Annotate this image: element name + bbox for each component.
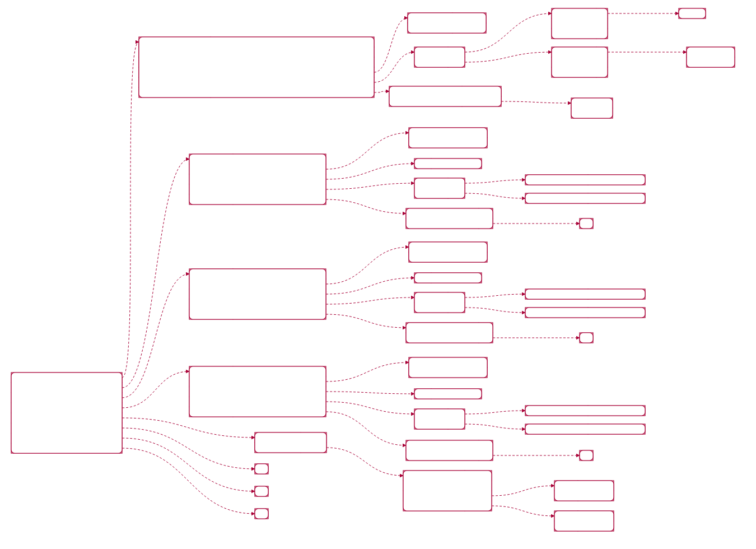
box-mgmt3: public_ip_addr10.20.30.103 [525, 406, 645, 416]
box-enc3 [255, 509, 268, 519]
box-mcSec: ip10.0.0.3port80 [554, 511, 614, 531]
box-netDefault: mgmtdata [414, 47, 465, 67]
link-srv1-stor1 [326, 199, 406, 213]
box-net2: mgmtdata [414, 292, 465, 313]
svg-rect-222 [554, 481, 614, 501]
link-root-enc1 [122, 428, 255, 469]
link-net2-mgmt2 [465, 294, 525, 297]
box-bmc3: ip10.20.30.13 [414, 389, 482, 399]
box-stor2: metadata_devicedata_devices [406, 323, 493, 343]
box-net3: mgmtdata [414, 409, 465, 429]
svg-rect-32 [139, 37, 374, 97]
box-data3: public_ip_addr172.20.30.103 [525, 424, 645, 434]
svg-rect-179 [414, 389, 482, 399]
svg-rect-233 [255, 509, 268, 519]
link-root-srvDefault [122, 42, 139, 378]
box-enc1 [255, 464, 268, 474]
link-srv2-stor2 [326, 314, 406, 328]
svg-rect-137 [414, 273, 482, 283]
svg-rect-105 [525, 175, 645, 185]
box-root: srvnode-defaultsrvnode-1srvnode-2srvnode… [11, 373, 122, 453]
svg-rect-95 [414, 159, 482, 169]
box-encCtrl: useradminpasswordprimary_mcsecondary_mc [403, 471, 492, 511]
link-root-srv2 [122, 274, 189, 398]
link-srv1-roles1 [326, 133, 409, 169]
link-encDefault-encCtrl [326, 448, 403, 476]
link-net2-data2 [465, 308, 525, 313]
svg-rect-192 [525, 424, 645, 434]
link-net1-mgmt1 [465, 180, 525, 183]
box-devs3 [580, 450, 593, 460]
svg-rect-62 [552, 47, 608, 77]
box-storDefault: metadata_device/dev/sdbdata_devices [389, 86, 501, 106]
svg-rect-176 [409, 357, 487, 378]
box-stor3: metadata_devicedata_devices [406, 440, 493, 460]
box-bmc2: ip10.20.30.12 [414, 273, 482, 283]
link-srv3-stor3 [326, 412, 406, 445]
box-data1: public_ip_addr172.20.30.101 [525, 193, 645, 203]
link-srv3-bmc3 [326, 392, 414, 394]
svg-rect-200 [580, 450, 593, 460]
box-roles3: secondaryopenldap_master [409, 357, 487, 378]
svg-rect-227 [554, 511, 614, 531]
box-devsDef: /dev/sdc/dev/sdd [571, 98, 613, 118]
box-netDataDef: interfacesnetmaskgateway [552, 47, 608, 77]
box-data2: public_ip_addr172.20.30.102 [525, 308, 645, 318]
box-netMgmtDef: interfacesnetmaskgateway [552, 8, 608, 39]
link-net3-mgmt3 [465, 411, 525, 414]
box-bmc1: ip10.20.30.11 [414, 159, 482, 169]
link-srv3-roles3 [326, 362, 409, 381]
svg-rect-134 [409, 242, 487, 262]
svg-rect-198 [406, 440, 493, 460]
svg-rect-52 [552, 8, 608, 39]
svg-rect-65 [687, 47, 735, 67]
svg-rect-231 [255, 486, 268, 496]
svg-rect-173 [189, 366, 326, 417]
link-srv3-net3 [326, 402, 414, 414]
svg-rect-54 [679, 8, 706, 18]
link-root-srv1 [122, 159, 189, 388]
box-devs2 [580, 333, 593, 343]
svg-rect-102 [414, 178, 465, 198]
svg-rect-92 [409, 128, 487, 148]
box-srv2: hostnamesrvnode-2.localdomainrolesbmcnet… [189, 269, 326, 319]
svg-rect-144 [414, 292, 465, 313]
svg-rect-74 [571, 98, 613, 118]
box-ifDataDef: enp175s0f0enp175s1f0 [687, 47, 735, 67]
box-stor1: metadata_devicedata_devices [406, 208, 493, 229]
link-srvDefault-bmcDefault [374, 18, 408, 72]
svg-rect-229 [255, 464, 268, 474]
config-diagram: srvnode-defaultsrvnode-1srvnode-2srvnode… [0, 0, 756, 549]
svg-rect-131 [189, 269, 326, 319]
link-srvDefault-netDefault [374, 52, 414, 82]
box-enc2 [255, 486, 268, 496]
link-encCtrl-mcSec [492, 506, 554, 516]
svg-rect-44 [414, 47, 465, 67]
link-srv2-bmc2 [326, 278, 414, 294]
box-srv1: hostnamesrvnode-1.localdomainrolesbmcnet… [189, 154, 326, 204]
link-srv1-bmc1 [326, 164, 414, 179]
box-bmcDefault: useradminpassword [408, 13, 486, 33]
link-srv2-roles2 [326, 247, 409, 284]
svg-rect-16 [11, 373, 122, 453]
svg-rect-116 [580, 218, 593, 229]
svg-rect-114 [406, 208, 493, 229]
link-netDefault-netDataDef [465, 52, 552, 62]
link-storDefault-devsDef [501, 101, 571, 103]
link-srvDefault-storDefault [374, 91, 389, 92]
box-mcPrim: ip10.0.0.2port80 [554, 481, 614, 501]
svg-rect-206 [255, 432, 326, 453]
svg-rect-147 [525, 289, 645, 299]
box-net1: mgmtdata [414, 178, 465, 198]
box-ifMgmtDef: eno1 [679, 8, 706, 18]
link-net3-data3 [465, 424, 525, 429]
box-encDefault: typeRBODcontroller [255, 432, 326, 453]
svg-rect-217 [403, 471, 492, 511]
box-mgmt2: public_ip_addr10.20.30.102 [525, 289, 645, 299]
svg-rect-156 [406, 323, 493, 343]
link-srv1-net1 [326, 183, 414, 189]
box-mgmt1: public_ip_addr10.20.30.101 [525, 175, 645, 185]
link-net1-data1 [465, 193, 525, 198]
svg-rect-71 [389, 86, 501, 106]
link-root-enc3 [122, 448, 255, 514]
